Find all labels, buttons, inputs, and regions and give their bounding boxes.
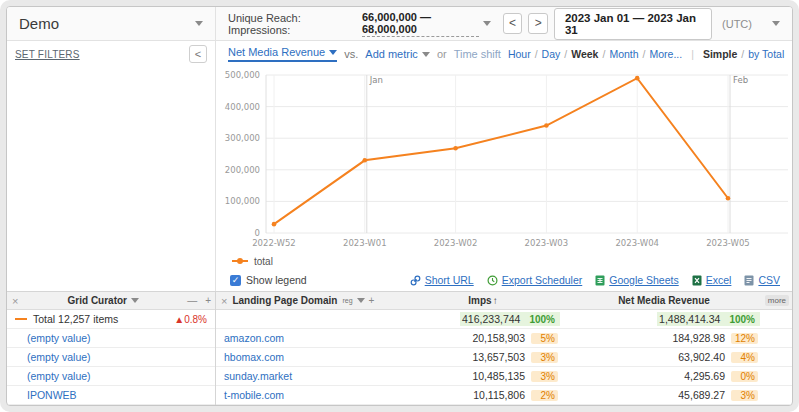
list-item: (empty value) (7, 329, 215, 348)
dimension-value-link[interactable]: (empty value) (15, 370, 91, 382)
next-period-button[interactable]: > (528, 13, 548, 34)
excel-link[interactable]: Excel (692, 274, 732, 286)
svg-text:400,000: 400,000 (225, 102, 260, 112)
excel-icon (692, 275, 702, 286)
chevron-down-icon (131, 298, 139, 303)
mode-by-total[interactable]: by Total (748, 48, 784, 60)
report-selector[interactable]: Demo (7, 7, 216, 40)
dimension-selector[interactable]: Landing Page Domainreg (232, 295, 364, 306)
granularity-month[interactable]: Month (609, 48, 638, 60)
granularity-week-active[interactable]: Week (571, 48, 598, 60)
imps-pct-badge: 2% (531, 390, 558, 401)
mode-simple-active[interactable]: Simple (703, 48, 737, 60)
total-revenue-value: 1,488,414.34 (659, 313, 720, 325)
remove-panel-icon[interactable]: × (7, 295, 23, 307)
domain-link[interactable]: hbomax.com (224, 351, 284, 363)
series-swatch-icon (15, 318, 27, 320)
total-delta-badge: ▲0.8% (174, 314, 207, 325)
reach-filter-value-dropdown[interactable]: 66,000,000 — 68,000,000 (362, 11, 491, 37)
remove-row-button[interactable]: — (183, 295, 201, 306)
vertical-separator: | (691, 48, 694, 60)
export-scheduler-link[interactable]: Export Scheduler (487, 274, 583, 286)
column-header-imps[interactable]: Imps↑ (402, 295, 564, 306)
set-filters-link[interactable]: SET FILTERS (15, 49, 80, 60)
imps-value: 13,657,503 (472, 351, 525, 363)
list-item: (empty value) (7, 367, 215, 386)
add-dimension-button[interactable]: + (365, 295, 379, 306)
date-range-picker[interactable]: 2023 Jan 01 — 2023 Jan 31 (554, 8, 712, 40)
collapse-panel-button[interactable]: < (189, 45, 207, 63)
dimension-value-link[interactable]: (empty value) (15, 332, 91, 344)
revenue-value: 4,295.69 (684, 370, 725, 382)
svg-text:300,000: 300,000 (225, 133, 260, 143)
checkbox-checked-icon[interactable] (230, 275, 241, 286)
imps-pct-badge: 5% (531, 333, 558, 344)
revenue-value: 184,928.98 (672, 332, 725, 344)
table-row: t-mobile.com 10,115,8062% 45,689.273% (216, 386, 792, 405)
granularity-more[interactable]: More... (650, 48, 683, 60)
remove-dimension-icon[interactable]: × (216, 295, 232, 307)
total-items-label: Total 12,257 items (33, 313, 118, 325)
topbar-main: Unique Reach: Impressions: 66,000,000 — … (216, 7, 792, 40)
table-row: sunday.market 10,485,1353% 4,295.690% (216, 367, 792, 386)
column-header-net-media-revenue[interactable]: Net Media Revenue (564, 295, 764, 306)
dimension-value-link[interactable]: (empty value) (15, 351, 91, 363)
link-icon (410, 275, 421, 286)
csv-link[interactable]: CSV (744, 274, 780, 286)
google-sheets-link[interactable]: Google Sheets (595, 274, 678, 286)
sheets-icon (595, 275, 605, 286)
dimension-value-link[interactable]: IPONWEB (15, 389, 77, 401)
add-row-button[interactable]: + (201, 295, 215, 306)
add-metric-button[interactable]: Add metric (365, 48, 430, 60)
imps-pct-badge: 3% (531, 371, 558, 382)
more-columns-button[interactable]: more (765, 295, 789, 306)
svg-text:500,000: 500,000 (225, 70, 260, 80)
total-row: 416,233,744100% 1,488,414.34100% (216, 310, 792, 329)
chevron-down-icon (329, 50, 337, 55)
svg-text:200,000: 200,000 (225, 165, 260, 175)
svg-text:0: 0 (255, 228, 260, 238)
svg-text:2023-W05: 2023-W05 (706, 238, 750, 248)
time-shift-button[interactable]: Time shift (454, 48, 501, 60)
domain-link[interactable]: t-mobile.com (224, 389, 284, 401)
domain-link[interactable]: sunday.market (224, 370, 292, 382)
reach-filter-value: 66,000,000 — 68,000,000 (362, 11, 479, 37)
metric-label: Net Media Revenue (228, 46, 325, 58)
legend-series-label: total (254, 256, 273, 267)
imps-value: 10,115,806 (473, 389, 525, 401)
revenue-pct-badge: 12% (731, 333, 758, 344)
imps-value: 20,158,903 (472, 332, 525, 344)
svg-text:100,000: 100,000 (225, 196, 260, 206)
domain-link[interactable]: amazon.com (224, 332, 284, 344)
grid-curator-selector[interactable]: Grid Curator (68, 295, 139, 306)
metric-selector[interactable]: Net Media Revenue (228, 46, 337, 62)
chart-toolbar-right: Hour Day Week Month More... | Simple by … (508, 48, 793, 60)
revenue-value: 45,689.27 (678, 389, 725, 401)
prev-period-button[interactable]: < (503, 13, 523, 34)
chevron-down-icon (357, 298, 365, 303)
total-row-left: Total 12,257 items ▲0.8% (7, 310, 215, 329)
show-legend-label: Show legend (246, 274, 307, 286)
line-chart: 0100,000200,000300,000400,000500,0002022… (216, 67, 792, 253)
granularity-hour[interactable]: Hour (508, 48, 531, 60)
granularity-day[interactable]: Day (542, 48, 561, 60)
revenue-pct-badge: 4% (731, 352, 758, 363)
clock-icon (487, 275, 498, 286)
chevron-down-icon (483, 21, 491, 26)
chevron-down-icon[interactable] (772, 21, 780, 26)
short-url-link[interactable]: Short URL (410, 274, 474, 286)
list-item: (empty value) (7, 348, 215, 367)
chart-canvas: 0100,000200,000300,000400,000500,0002022… (216, 67, 792, 253)
series-line-icon (232, 260, 248, 262)
total-imps-value: 416,233,744 (462, 313, 520, 325)
window-frame: Demo Unique Reach: Impressions: 66,000,0… (0, 0, 799, 412)
chart-footer: Show legend Short URL Export Scheduler (216, 269, 792, 291)
content-area: SET FILTERS < Net Media Revenue vs. Add … (7, 41, 792, 291)
vs-label: vs. (344, 48, 358, 60)
svg-text:2023-W01: 2023-W01 (343, 238, 387, 248)
or-label: or (437, 48, 447, 60)
svg-text:Feb: Feb (733, 75, 748, 85)
app-window: Demo Unique Reach: Impressions: 66,000,0… (6, 6, 793, 406)
show-legend-toggle[interactable]: Show legend (230, 274, 307, 286)
svg-text:Jan: Jan (369, 75, 383, 85)
